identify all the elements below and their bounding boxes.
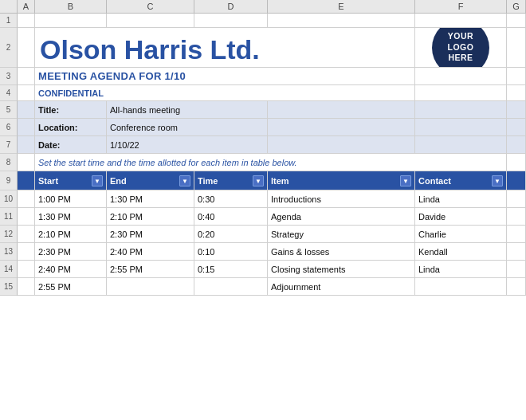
cell-1f [415,14,507,28]
col-header-c: C [107,0,194,13]
cell-13g [507,243,526,261]
cell-3b-merged: MEETING AGENDA FOR 1/10 [35,68,415,85]
time-dropdown-icon[interactable]: ▼ [253,175,264,186]
col-header-e: E [268,0,415,13]
contact-10: Linda [418,194,440,204]
row-4: 4 CONFIDENTIAL [0,85,526,101]
cell-7c-merged: 1/10/22 [107,136,268,154]
start-15: 2:55 PM [38,282,71,292]
location-value: Conference room [110,123,178,132]
cell-8g [507,154,526,171]
cell-3g [507,68,526,85]
location-label: Location: [38,123,78,132]
rownum-11: 11 [0,208,18,226]
col-header-b: B [35,0,107,13]
date-label: Date: [38,140,61,150]
col-header-f: F [415,0,507,13]
rownum-6: 6 [0,119,18,136]
col-contact-label: Contact [418,176,451,186]
cell-12e: Strategy [268,226,415,243]
start-14: 2:40 PM [38,265,71,274]
company-name: Olson Harris Ltd. [40,36,260,63]
cell-15g [507,278,526,296]
cell-5e [268,101,415,119]
row-8: 8 Set the start time and the time allott… [0,154,526,171]
rownum-5: 5 [0,101,18,119]
row-5: 5 Title: All-hands meeting [0,101,526,119]
cell-13b: 2:30 PM [35,243,107,261]
cell-4b-merged: CONFIDENTIAL [35,85,415,101]
rownum-2: 2 [0,28,18,68]
rownum-3: 3 [0,68,18,85]
col-time-label: Time [198,176,218,186]
cell-14b: 2:40 PM [35,261,107,278]
col-end-label: End [110,176,127,186]
cell-13a [18,243,35,261]
end-12: 2:30 PM [110,230,143,239]
time-12: 0:20 [198,230,214,239]
contact-13: Kendall [418,247,448,257]
rownum-14: 14 [0,261,18,278]
contact-11: Davide [418,212,446,222]
spreadsheet: A B C D E F G 1 2 Olson Harris Ltd. [0,0,526,420]
start-12: 2:10 PM [38,230,71,239]
cell-10b: 1:00 PM [35,190,107,208]
cell-11b: 1:30 PM [35,208,107,226]
cell-5g [507,101,526,119]
cell-15b: 2:55 PM [35,278,107,296]
contact-12: Charlie [418,230,446,239]
cell-7e [268,136,415,154]
logo-circle: YOURLOGOHERE [432,28,489,68]
cell-14d: 0:15 [194,261,268,278]
start-13: 2:30 PM [38,247,71,257]
cell-1b [35,14,107,28]
cell-9f-contact: Contact ▼ [415,171,507,190]
cell-15d [194,278,268,296]
cell-13c: 2:40 PM [107,243,194,261]
cell-4a [18,85,35,101]
cell-3f [415,68,507,85]
confidential-label: CONFIDENTIAL [38,88,104,98]
cell-12b: 2:10 PM [35,226,107,243]
cell-10f: Linda [415,190,507,208]
item-15: Adjournment [271,282,320,292]
cell-14g [507,261,526,278]
cell-5b: Title: [35,101,107,119]
cell-8b-merged: Set the start time and the time allotted… [35,154,507,171]
rownum-15: 15 [0,278,18,296]
cell-11g [507,208,526,226]
contact-dropdown-icon[interactable]: ▼ [492,175,503,186]
end-14: 2:55 PM [110,265,143,274]
item-10: Introductions [271,194,321,204]
start-11: 1:30 PM [38,212,71,222]
cell-5a [18,101,35,119]
cell-11c: 2:10 PM [107,208,194,226]
start-dropdown-icon[interactable]: ▼ [92,175,103,186]
date-value: 1/10/22 [110,140,139,150]
col-item-label: Item [271,176,289,186]
cell-11e: Agenda [268,208,415,226]
col-header-g: G [507,0,526,13]
item-12: Strategy [271,230,304,239]
cell-11a [18,208,35,226]
cell-1a [18,14,35,28]
cell-12c: 2:30 PM [107,226,194,243]
meeting-label: MEETING AGENDA FOR 1/10 [38,70,186,82]
cell-6f [415,119,507,136]
cell-9c-end: End ▼ [107,171,194,190]
cell-13e: Gains & losses [268,243,415,261]
end-dropdown-icon[interactable]: ▼ [179,175,190,186]
row-13: 13 2:30 PM 2:40 PM 0:10 Gains & losses K… [0,243,526,261]
cell-11d: 0:40 [194,208,268,226]
cell-12d: 0:20 [194,226,268,243]
end-11: 2:10 PM [110,212,143,222]
row-11: 11 1:30 PM 2:10 PM 0:40 Agenda Davide [0,208,526,226]
cell-9d-time: Time ▼ [194,171,268,190]
cell-1g [507,14,526,28]
item-dropdown-icon[interactable]: ▼ [400,175,411,186]
row-9: 9 Start ▼ End ▼ Time ▼ Item ▼ Contact ▼ [0,171,526,190]
cell-14c: 2:55 PM [107,261,194,278]
item-14: Closing statements [271,265,346,274]
cell-1d [194,14,268,28]
cell-6b: Location: [35,119,107,136]
